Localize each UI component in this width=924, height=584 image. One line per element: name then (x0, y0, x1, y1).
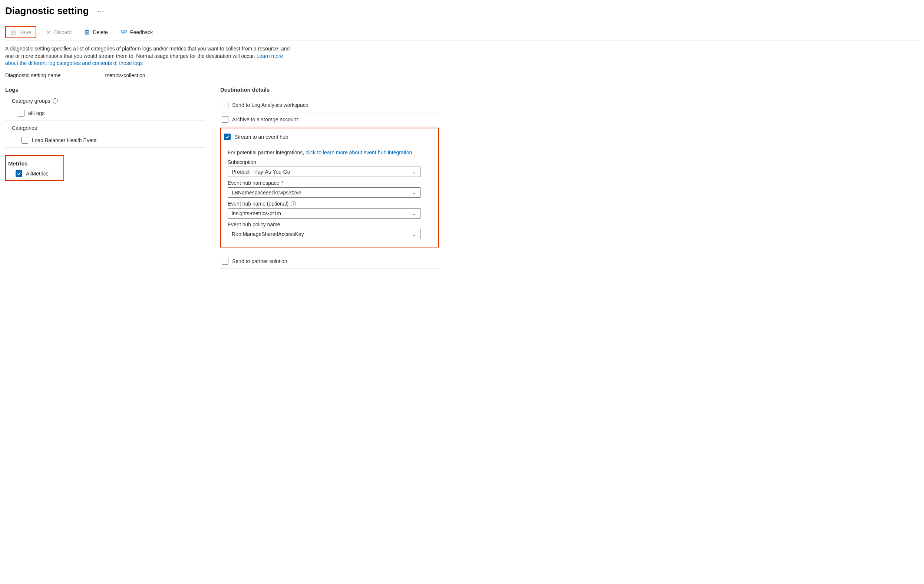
chevron-down-icon: ⌄ (412, 210, 416, 216)
subscription-select[interactable]: Product - Pay-As-You-Go ⌄ (228, 167, 421, 177)
feedback-icon (120, 29, 127, 35)
alllogs-label: allLogs (28, 110, 45, 116)
metrics-highlight: Metrics AllMetrics (5, 155, 64, 181)
trash-icon (84, 29, 90, 35)
archive-storage-label: Archive to a storage account (232, 116, 298, 122)
namespace-select[interactable]: LBNamespaceeeckcwps3t2ve ⌄ (228, 187, 421, 198)
namespace-label-text: Event hub namespace (228, 180, 279, 186)
chevron-down-icon: ⌄ (412, 231, 416, 237)
send-partner-checkbox[interactable] (222, 258, 228, 265)
category-groups-heading: Category groups i (12, 98, 205, 104)
policy-select[interactable]: RootManageSharedAccessKey ⌄ (228, 229, 421, 239)
category-groups-label: Category groups (12, 98, 50, 104)
discard-button[interactable]: Discard (43, 28, 74, 37)
namespace-label: Event hub namespace* (228, 180, 433, 186)
save-highlight: Save (5, 26, 36, 38)
eventhub-info: For potential partner integrations, clic… (228, 149, 433, 156)
chevron-down-icon: ⌄ (412, 190, 416, 195)
page-title: Diagnostic setting (5, 5, 89, 17)
setting-name-value: metrics-collection (105, 72, 145, 78)
eventhubname-label-text: Event hub name (optional) (228, 201, 289, 207)
policy-value: RootManageSharedAccessKey (232, 231, 304, 237)
required-indicator: * (281, 180, 283, 186)
eventhubname-label: Event hub name (optional) i (228, 201, 433, 207)
feedback-button[interactable]: Feedback (117, 28, 156, 37)
save-icon (10, 29, 16, 35)
close-icon (46, 30, 51, 35)
more-actions-button[interactable]: ⋯ (97, 7, 104, 15)
save-button[interactable]: Save (7, 28, 34, 37)
intro-body: A diagnostic setting specifies a list of… (5, 46, 290, 59)
allmetrics-label: AllMetrics (26, 171, 49, 177)
send-loganalytics-label: Send to Log Analytics workspace (232, 102, 308, 108)
destination-heading: Destination details (220, 86, 439, 93)
chevron-down-icon: ⌄ (412, 169, 416, 175)
subscription-label: Subscription (228, 159, 433, 165)
send-partner-label: Send to partner solution (232, 258, 287, 264)
logs-heading: Logs (5, 86, 205, 93)
svg-rect-1 (12, 30, 14, 31)
svg-rect-2 (12, 33, 15, 35)
metrics-heading: Metrics (8, 160, 49, 167)
eventhubname-value: insights-metrics-pt1m (232, 210, 281, 216)
info-icon[interactable]: i (291, 201, 296, 206)
lb-health-checkbox[interactable] (21, 137, 28, 144)
allmetrics-checkbox[interactable] (16, 170, 22, 177)
intro-text: A diagnostic setting specifies a list of… (5, 45, 294, 67)
feedback-label: Feedback (130, 29, 153, 35)
policy-label: Event hub policy name (228, 222, 433, 227)
archive-storage-checkbox[interactable] (222, 116, 228, 123)
delete-button[interactable]: Delete (81, 28, 111, 37)
lb-health-label: Load Balancer Health Event (32, 137, 96, 143)
save-label: Save (19, 29, 31, 35)
discard-label: Discard (54, 29, 71, 35)
stream-eventhub-checkbox[interactable] (224, 134, 231, 140)
delete-label: Delete (93, 29, 107, 35)
setting-name-label: Diagnostic setting name (5, 72, 61, 78)
categories-heading: Categories (12, 125, 205, 131)
info-icon[interactable]: i (53, 98, 58, 104)
send-loganalytics-checkbox[interactable] (222, 102, 228, 108)
eventhubname-select[interactable]: insights-metrics-pt1m ⌄ (228, 208, 421, 218)
eventhub-highlight: Stream to an event hub For potential par… (220, 127, 439, 248)
eventhub-learn-link[interactable]: click to learn more about event hub inte… (305, 149, 413, 156)
namespace-value: LBNamespaceeeckcwps3t2ve (232, 190, 302, 195)
svg-point-3 (121, 30, 123, 32)
alllogs-checkbox[interactable] (18, 110, 25, 116)
subscription-value: Product - Pay-As-You-Go (232, 169, 290, 175)
stream-eventhub-label: Stream to an event hub (234, 134, 289, 140)
toolbar: Save Discard Delete Feedback (5, 23, 919, 41)
eventhub-info-prefix: For potential partner integrations, (228, 149, 305, 156)
